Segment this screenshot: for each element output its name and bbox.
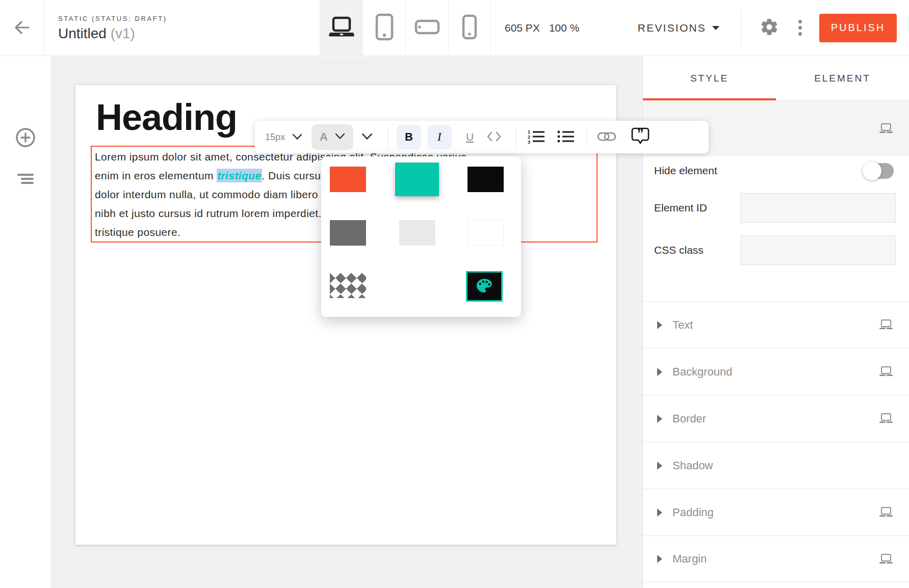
bullet-list-icon [557,129,575,145]
section-border[interactable]: Border [643,395,909,442]
italic-button[interactable]: I [427,125,452,149]
highlighted-word: tristique [217,169,262,182]
link-icon [597,130,616,144]
laptop-icon [878,365,894,378]
back-button[interactable] [0,0,44,56]
svg-text:3: 3 [528,140,530,144]
color-swatch-light-gray[interactable] [399,220,435,246]
code-button[interactable] [486,131,502,144]
tablet-icon [375,13,394,42]
css-class-input[interactable] [740,235,896,265]
device-tablet-button[interactable] [362,0,405,56]
chevron-right-icon [657,462,662,470]
more-options-button[interactable] [798,20,802,36]
hide-element-row: Hide element [643,157,909,184]
chevron-right-icon [657,368,662,376]
color-swatch-transparent[interactable] [330,273,366,298]
phone-landscape-icon [414,19,440,37]
text-color-dropdown[interactable]: A [311,124,353,150]
panel-tabs: STYLE ELEMENT [643,57,909,100]
device-phone-button[interactable] [448,0,491,56]
palette-icon [476,278,493,295]
device-desktop-button[interactable] [320,0,362,56]
add-element-button[interactable] [15,127,36,150]
laptop-icon [878,506,894,519]
svg-text:2: 2 [528,135,530,140]
color-swatch-teal-selected[interactable] [395,163,439,196]
element-id-label: Element ID [654,202,707,214]
topbar-right: REVISIONS PUBLISH [638,0,909,56]
heading-element[interactable]: Heading [96,96,237,138]
bold-button[interactable]: B [397,125,421,149]
chevron-down-icon [335,133,345,141]
revisions-label: REVISIONS [638,22,706,34]
color-picker-popup [321,156,521,317]
code-icon [486,131,502,144]
color-swatch-white[interactable] [468,220,504,246]
caret-down-icon [712,26,719,30]
css-class-label: CSS class [654,244,704,256]
section-padding[interactable]: Padding [643,489,909,536]
settings-button[interactable] [760,17,779,38]
back-arrow-icon [13,20,31,37]
revisions-dropdown[interactable]: REVISIONS [638,22,719,34]
custom-color-button[interactable] [466,271,503,302]
section-margin[interactable]: Margin [643,536,909,582]
laptop-icon [878,318,894,331]
color-swatch-black[interactable] [468,167,504,192]
section-text[interactable]: Text [643,301,909,348]
tab-style[interactable]: STYLE [643,57,776,100]
toggle-knob [863,162,881,180]
publish-button[interactable]: PUBLISH [819,14,897,42]
laptop-icon [878,553,894,566]
hide-element-toggle[interactable] [864,163,894,179]
kebab-icon [798,20,802,23]
bullet-list-button[interactable] [557,129,575,145]
numbered-list-icon: 123 [527,129,546,145]
color-swatch-dark-gray[interactable] [330,220,366,246]
chevron-right-icon [657,321,662,329]
svg-text:1: 1 [528,129,530,135]
chevron-right-icon [657,509,662,517]
section-shadow[interactable]: Shadow [643,442,909,489]
topbar: STATIC (STATUS: DRAFT) Untitled (v1) [0,0,909,56]
highlight-color-dropdown[interactable] [361,133,373,142]
text-format-toolbar: 15px A B I U 123 [255,121,709,153]
document-title: Untitled (v1) [58,25,167,42]
chevron-right-icon [657,555,662,563]
font-size-dropdown[interactable]: 15px [265,132,302,143]
color-swatch-orange[interactable] [330,167,366,192]
topbar-divider [741,11,741,45]
quote-icon: ” [631,127,650,147]
chevron-down-icon [361,133,373,142]
topbar-left: STATIC (STATUS: DRAFT) Untitled (v1) [0,0,167,56]
toolbar-divider [586,127,587,147]
font-size-value: 15px [265,132,285,143]
page-builder-app: STATIC (STATUS: DRAFT) Untitled (v1) [0,0,909,588]
laptop-icon [327,16,356,40]
gear-icon [760,17,779,38]
ordered-list-button[interactable]: 123 [527,129,546,145]
section-background[interactable]: Background [643,348,909,395]
zoom-level-value: 100 % [549,22,580,34]
link-button[interactable] [597,130,616,144]
laptop-icon [878,122,894,135]
laptop-icon [878,412,894,425]
tab-element[interactable]: ELEMENT [776,57,909,100]
device-preview-switcher [320,0,491,56]
document-title-text: Untitled [58,25,107,41]
underline-button[interactable]: U [466,131,474,143]
status-label: STATIC (STATUS: DRAFT) [58,15,167,22]
toolbar-divider [388,127,388,147]
text-color-letter: A [320,130,328,144]
left-sidebar [0,57,51,588]
element-id-input[interactable] [740,193,896,223]
canvas-dimensions: 605 PX 100 % [505,0,579,56]
outline-button[interactable] [17,173,34,188]
quote-button[interactable]: ” [631,127,650,147]
style-sections: Text Background Border Shadow Padding [643,301,909,582]
device-phone-landscape-button[interactable] [405,0,448,56]
outline-list-icon [17,173,34,188]
chevron-right-icon [657,415,662,423]
svg-text:”: ” [637,127,644,141]
